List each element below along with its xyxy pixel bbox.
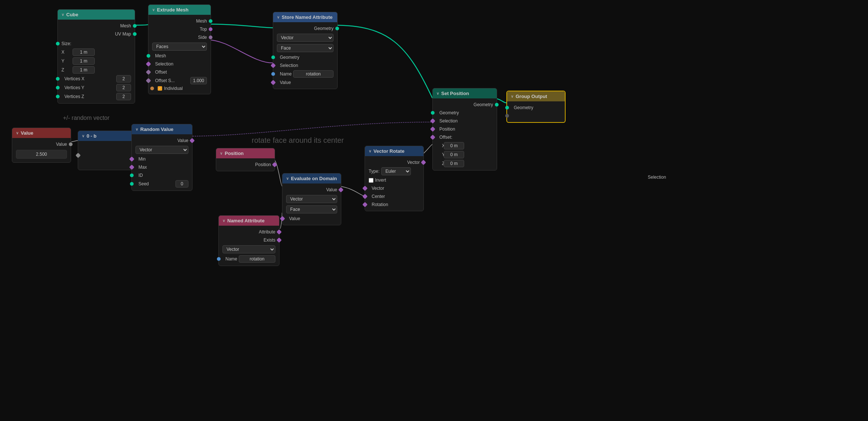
cube-y-row: Y (58, 57, 135, 65)
random-seed-socket (130, 182, 134, 186)
extrude-individual-checkbox[interactable]: ✓ (158, 86, 162, 91)
subtract-in-left (78, 151, 137, 159)
set-pos-geo-in: Geometry (433, 109, 497, 117)
cube-node: ∨ Cube Mesh UV Map Size: X Y Z (57, 9, 135, 104)
eval-domain-type-row: Vector Float (282, 194, 341, 204)
store-named-name-input[interactable] (293, 70, 334, 78)
set-pos-offset-label: Offset: (433, 133, 497, 141)
store-named-face-select[interactable]: Face Vertex Edge (277, 44, 334, 52)
set-pos-geo-out-socket (495, 103, 499, 107)
vector-rotate-out-socket (421, 160, 426, 165)
extrude-mesh-header: ∨ Extrude Mesh (148, 5, 211, 15)
subtract-out (78, 143, 137, 151)
extrude-offset-scale-input[interactable] (190, 77, 207, 84)
cube-vx-input[interactable] (116, 75, 131, 82)
cube-z-row: Z (58, 65, 135, 74)
random-val-type-select[interactable]: Vector Float Integer (135, 146, 188, 154)
set-pos-y-input[interactable] (444, 151, 464, 158)
vector-rotate-vec-socket (362, 186, 368, 191)
vector-rotate-invert-checkbox[interactable] (369, 178, 373, 183)
named-attr-type-select[interactable]: Vector Float (222, 245, 275, 253)
vector-rotate-center-socket (362, 194, 368, 199)
set-pos-z-input[interactable] (444, 160, 464, 167)
cube-z-input[interactable] (73, 66, 95, 74)
random-seed-input[interactable] (175, 180, 188, 188)
cube-vz-input[interactable] (116, 93, 131, 100)
named-attr-header: ∨ Named Attribute (219, 216, 279, 226)
store-named-name-in: Name (273, 70, 337, 78)
cube-vx-socket (56, 77, 60, 81)
eval-domain-header: ∨ Evaluate on Domain (282, 174, 341, 183)
extrude-mesh-in: Mesh (148, 52, 211, 60)
eval-domain-val-out: Value (282, 186, 341, 194)
cube-vy-input[interactable] (116, 84, 131, 91)
random-id-socket (130, 174, 134, 177)
vector-rotate-type-row: Type: Euler Axis Angle (365, 166, 423, 176)
set-pos-pos-socket (430, 127, 435, 132)
extrude-top-socket (209, 27, 212, 31)
store-named-sel-socket (271, 63, 276, 68)
cube-header: ∨ Cube (58, 10, 135, 20)
store-named-sel-in: Selection (273, 61, 337, 70)
random-val-out: Value (132, 137, 192, 145)
store-named-attr-title: Store Named Attribute (282, 14, 332, 20)
extrude-side-out: Side (148, 33, 211, 41)
cube-vx-row: Vertices X (58, 74, 135, 83)
position-node: ∨ Position Position (216, 148, 275, 171)
random-max-in: Max (132, 163, 192, 171)
named-attr-name-input[interactable] (239, 255, 275, 263)
position-out-socket (272, 162, 277, 167)
set-pos-y-row: Y (433, 150, 497, 159)
vector-rotate-center-in: Center (365, 192, 423, 201)
position-title: Position (225, 151, 244, 156)
named-attribute-node: ∨ Named Attribute Attribute Exists Vecto… (218, 215, 279, 266)
extrude-mesh-out-socket (209, 19, 212, 23)
extrude-mesh-node: ∨ Extrude Mesh Mesh Top Side Faces Edges… (148, 4, 211, 94)
extrude-top-out: Top (148, 25, 211, 33)
subtract-node: ∨ 0 - b (78, 131, 137, 170)
store-named-vector-select[interactable]: Vector Float Integer (277, 34, 334, 42)
cube-size-socket (56, 42, 60, 46)
value-display: 2.500 (16, 150, 67, 159)
value-title: Value (21, 130, 33, 136)
set-pos-x-input[interactable] (444, 142, 464, 149)
extrude-offset-socket (146, 70, 151, 75)
store-named-value-in: Value (273, 78, 337, 87)
set-pos-x-row: X (433, 141, 497, 150)
set-pos-sel-socket (430, 118, 435, 124)
extrude-selection-in: Selection (148, 60, 211, 68)
cube-vz-row: Vertices Z (58, 92, 135, 101)
extrude-offset-scale-socket (146, 78, 151, 83)
extrude-faces-select[interactable]: Faces Edges Vertices (152, 43, 207, 51)
store-named-geo-out: Geometry (273, 24, 337, 33)
subtract-title: 0 - b (87, 133, 97, 139)
random-min-in: Min (132, 155, 192, 163)
group-output-title: Group Output (516, 94, 547, 99)
named-attr-attr-out: Attribute (219, 228, 279, 236)
random-val-out-socket (190, 138, 195, 143)
subtract-header: ∨ 0 - b (78, 131, 137, 141)
group-out-geo-in: Geometry (507, 104, 565, 112)
store-named-geo-socket (335, 27, 339, 30)
subtract-in-socket (76, 153, 81, 158)
vector-rotate-rotation-socket (362, 202, 368, 207)
eval-domain-type-select[interactable]: Vector Float (286, 195, 337, 203)
eval-domain-title: Evaluate on Domain (291, 176, 337, 181)
extrude-sel-socket (146, 61, 151, 67)
value-out-socket (69, 142, 73, 146)
cube-x-input[interactable] (73, 48, 95, 56)
eval-domain-domain-select[interactable]: Face Vertex Edge (286, 205, 337, 213)
vector-rotate-invert-row: Invert (365, 176, 423, 184)
named-attr-type-row: Vector Float (219, 244, 279, 255)
cube-x-row: X (58, 48, 135, 57)
vector-rotate-type-select[interactable]: Euler Axis Angle (381, 167, 411, 175)
random-id-in: ID (132, 171, 192, 179)
eval-domain-val-in-socket (280, 216, 285, 221)
value-out: Value (12, 140, 71, 148)
set-pos-geo-in-socket (431, 111, 435, 115)
store-named-attribute-node: ∨ Store Named Attribute Geometry Vector … (273, 12, 338, 89)
named-attr-attr-socket (277, 229, 282, 235)
eval-domain-domain-row: Face Vertex Edge (282, 204, 341, 215)
cube-y-input[interactable] (73, 57, 95, 65)
vector-rotate-out: Vector (365, 158, 423, 166)
